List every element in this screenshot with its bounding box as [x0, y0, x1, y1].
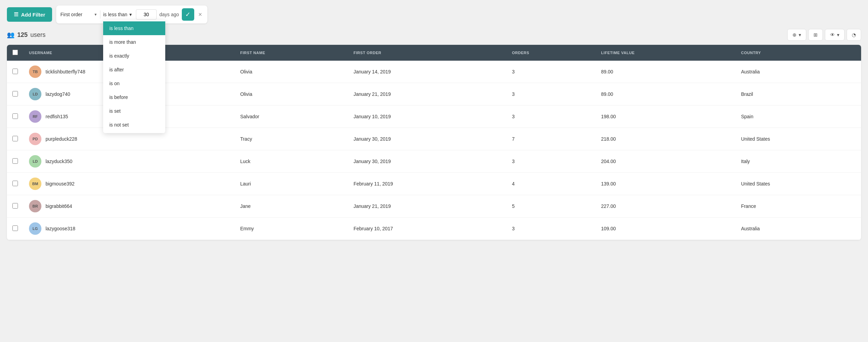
user-cell: LD lazyduck350 [29, 155, 229, 168]
first-name-cell: Olivia [235, 61, 348, 83]
col-lifetime-value: LIFETIME VALUE [595, 45, 736, 61]
lifetime-value-cell: 89.00 [595, 61, 736, 83]
table-row: BR bigrabbit664 Jane January 21, 2019 5 … [7, 195, 861, 218]
row-checkbox-cell [7, 83, 23, 105]
first-name-cell: Salvador [235, 105, 348, 128]
users-count-label: users [30, 31, 46, 39]
row-checkbox[interactable] [12, 158, 18, 164]
country-cell: Australia [736, 218, 861, 240]
col-first-order: FIRST ORDER [348, 45, 506, 61]
row-checkbox[interactable] [12, 91, 18, 97]
field-select[interactable]: First orderLast orderTotal ordersLifetim… [60, 12, 97, 17]
first-name-cell: Lauri [235, 173, 348, 195]
orders-cell: 3 [506, 150, 595, 173]
lifetime-value-cell: 109.00 [595, 218, 736, 240]
table-row: LG lazygoose318 Emmy February 10, 2017 3… [7, 218, 861, 240]
days-ago-label: days ago [159, 12, 179, 17]
condition-dropdown: is less than is more than is exactly is … [103, 20, 165, 133]
users-count-number: 125 [17, 31, 28, 39]
users-count: 👥 125 users [7, 31, 46, 39]
country-cell: Italy [736, 150, 861, 173]
export-icon: ⊞ [813, 32, 818, 38]
avatar: PD [29, 133, 41, 145]
first-order-cell: January 14, 2019 [348, 61, 506, 83]
orders-cell: 5 [506, 195, 595, 218]
field-dropdown-wrapper: First orderLast orderTotal ordersLifetim… [60, 12, 97, 17]
confirm-filter-button[interactable]: ✓ [182, 8, 194, 21]
row-checkbox[interactable] [12, 181, 18, 186]
col-orders: ORDERS [506, 45, 595, 61]
dropdown-item-less-than[interactable]: is less than [103, 21, 165, 35]
close-filter-button[interactable]: × [197, 10, 204, 20]
select-all-checkbox[interactable] [12, 50, 18, 55]
view-chevron: ▾ [837, 32, 839, 38]
row-checkbox-cell [7, 128, 23, 150]
row-checkbox-cell [7, 173, 23, 195]
username-cell: BR bigrabbit664 [23, 195, 235, 218]
username-value: bigmouse392 [46, 181, 75, 187]
columns-button[interactable]: ⊕ ▾ [787, 29, 806, 41]
row-checkbox-cell [7, 150, 23, 173]
username-value: purpleduck228 [46, 136, 77, 142]
user-cell: BR bigrabbit664 [29, 200, 229, 212]
dropdown-item-not-set[interactable]: is not set [103, 118, 165, 132]
lifetime-value-cell: 198.00 [595, 105, 736, 128]
avatar: BR [29, 200, 41, 212]
country-cell: Australia [736, 61, 861, 83]
condition-wrapper: is less than ▾ is less than is more than… [103, 12, 133, 17]
chart-button[interactable]: ◔ [847, 29, 861, 41]
condition-label: is less than [103, 12, 127, 17]
first-name-cell: Tracy [235, 128, 348, 150]
orders-cell: 4 [506, 173, 595, 195]
country-cell: United States [736, 173, 861, 195]
export-button[interactable]: ⊞ [808, 29, 823, 41]
row-checkbox[interactable] [12, 69, 18, 74]
filter-icon: ☰ [14, 11, 18, 18]
orders-cell: 3 [506, 83, 595, 105]
dropdown-item-before[interactable]: is before [103, 90, 165, 104]
avatar: BM [29, 178, 41, 190]
dropdown-item-exactly[interactable]: is exactly [103, 49, 165, 63]
row-checkbox-cell [7, 105, 23, 128]
dropdown-item-on[interactable]: is on [103, 77, 165, 90]
country-cell: United States [736, 128, 861, 150]
columns-icon: ⊕ [792, 32, 797, 38]
row-checkbox-cell [7, 195, 23, 218]
avatar: RF [29, 110, 41, 123]
first-name-cell: Jane [235, 195, 348, 218]
lifetime-value-cell: 204.00 [595, 150, 736, 173]
filter-number-input[interactable] [136, 9, 157, 20]
add-filter-button[interactable]: ☰ Add Filter [7, 7, 52, 22]
user-cell: BM bigmouse392 [29, 178, 229, 190]
orders-cell: 3 [506, 61, 595, 83]
lifetime-value-cell: 227.00 [595, 195, 736, 218]
orders-cell: 3 [506, 105, 595, 128]
table-row: LD lazyduck350 Luck January 30, 2019 3 2… [7, 150, 861, 173]
view-toggle-button[interactable]: 👁 ▾ [825, 29, 845, 41]
row-checkbox[interactable] [12, 203, 18, 209]
condition-button[interactable]: is less than ▾ [103, 12, 133, 17]
country-cell: Spain [736, 105, 861, 128]
username-value: redfish135 [46, 114, 68, 119]
country-cell: Brazil [736, 83, 861, 105]
select-all-cell [7, 45, 23, 61]
add-filter-label: Add Filter [21, 12, 45, 18]
row-checkbox[interactable] [12, 225, 18, 231]
avatar: TB [29, 66, 41, 78]
first-order-cell: January 10, 2019 [348, 105, 506, 128]
first-name-cell: Luck [235, 150, 348, 173]
username-cell: BM bigmouse392 [23, 173, 235, 195]
username-value: lazydog740 [46, 91, 70, 97]
lifetime-value-cell: 139.00 [595, 173, 736, 195]
chart-icon: ◔ [852, 32, 856, 38]
dropdown-item-is-set[interactable]: is set [103, 104, 165, 118]
first-order-cell: January 21, 2019 [348, 83, 506, 105]
dropdown-item-more-than[interactable]: is more than [103, 35, 165, 49]
row-checkbox[interactable] [12, 136, 18, 141]
row-checkbox[interactable] [12, 113, 18, 119]
first-order-cell: February 10, 2017 [348, 218, 506, 240]
username-value: lazyduck350 [46, 159, 72, 164]
avatar: LD [29, 155, 41, 168]
first-order-cell: January 21, 2019 [348, 195, 506, 218]
dropdown-item-after[interactable]: is after [103, 63, 165, 77]
